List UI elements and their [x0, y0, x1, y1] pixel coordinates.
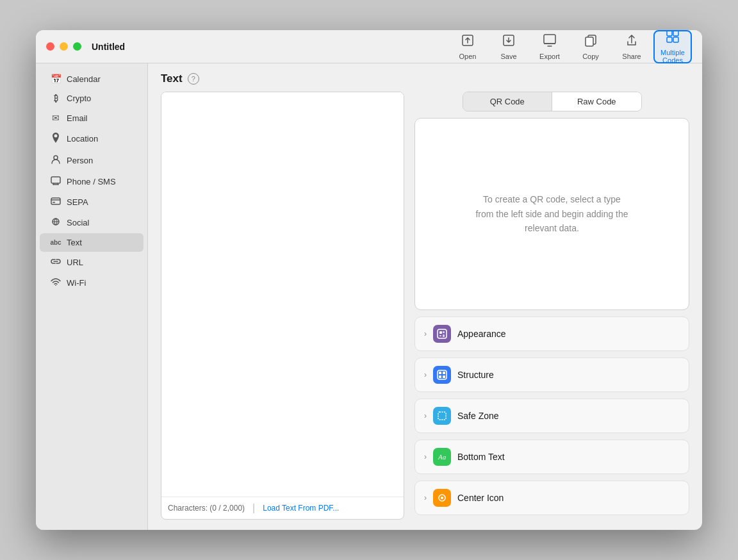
svg-rect-22 — [443, 372, 445, 374]
content-area: Text ? Characters: (0 / 2,000) | Load Te… — [148, 63, 702, 530]
safe-zone-section: › Safe Zone — [414, 399, 689, 433]
sidebar-item-label-phone-sms: Phone / SMS — [67, 177, 116, 186]
sidebar-item-label-text: Text — [67, 238, 82, 247]
main-content: 📅 Calendar ₿ Crypto ✉ Email Location — [36, 63, 702, 530]
sidebar-item-person[interactable]: Person — [40, 150, 144, 171]
sidebar-item-social[interactable]: Social — [40, 213, 144, 233]
structure-section: › Structure — [414, 358, 689, 392]
bottom-text-icon: Aa — [433, 448, 451, 466]
svg-rect-5 — [667, 31, 672, 36]
text-input[interactable] — [161, 92, 404, 497]
safe-zone-icon — [433, 407, 451, 425]
sidebar-item-phone-sms[interactable]: Phone / SMS — [40, 172, 144, 192]
svg-rect-8 — [673, 37, 678, 42]
share-label: Share — [622, 53, 641, 60]
center-icon-label: Center Icon — [457, 493, 504, 503]
safe-zone-accordion-header[interactable]: › Safe Zone — [415, 399, 689, 432]
location-icon — [50, 133, 62, 145]
svg-rect-7 — [667, 37, 672, 42]
structure-accordion-header[interactable]: › Structure — [415, 358, 689, 391]
wifi-icon — [50, 277, 62, 288]
svg-rect-17 — [443, 331, 445, 333]
sidebar-item-location[interactable]: Location — [40, 128, 144, 149]
url-icon — [50, 257, 62, 268]
svg-point-9 — [54, 156, 58, 160]
sidebar-item-wifi[interactable]: Wi-Fi — [40, 273, 144, 292]
crypto-icon: ₿ — [50, 94, 62, 103]
sidebar-item-label-url: URL — [67, 258, 83, 267]
open-button[interactable]: Open — [448, 30, 487, 63]
left-panel: Characters: (0 / 2,000) | Load Text From… — [161, 92, 404, 520]
copy-label: Copy — [582, 53, 599, 60]
appearance-accordion-header[interactable]: › Appearance — [415, 317, 689, 350]
traffic-lights — [46, 42, 81, 51]
code-toggle: QR Code Raw Code — [463, 92, 642, 111]
structure-label: Structure — [457, 370, 494, 380]
fullscreen-button[interactable] — [73, 42, 81, 51]
sidebar-item-label-calendar: Calendar — [67, 74, 101, 84]
content-title: Text — [161, 72, 183, 85]
svg-rect-23 — [439, 375, 441, 378]
right-panel: QR Code Raw Code To create a QR code, se… — [414, 92, 689, 520]
share-icon — [625, 33, 639, 51]
window-title: Untitled — [92, 42, 448, 52]
qr-placeholder-text: To create a QR code, select a type from … — [475, 192, 629, 235]
svg-rect-12 — [53, 202, 55, 203]
svg-rect-15 — [438, 329, 447, 338]
close-button[interactable] — [46, 42, 54, 51]
sidebar-item-label-sepa: SEPA — [67, 197, 88, 207]
raw-code-tab[interactable]: Raw Code — [552, 92, 641, 111]
open-label: Open — [459, 53, 477, 60]
sidebar-item-text[interactable]: abc Text — [40, 233, 144, 252]
copy-icon — [584, 33, 598, 51]
sidebar-item-label-email: Email — [67, 113, 88, 123]
center-icon-section: › Center Icon — [414, 481, 689, 515]
svg-rect-21 — [439, 372, 441, 374]
help-icon[interactable]: ? — [188, 73, 199, 85]
svg-rect-2 — [544, 35, 555, 44]
content-split: Characters: (0 / 2,000) | Load Text From… — [148, 92, 702, 530]
calendar-icon: 📅 — [50, 74, 62, 84]
minimize-button[interactable] — [60, 42, 68, 51]
sidebar-item-label-wifi: Wi-Fi — [67, 278, 86, 288]
load-pdf-button[interactable]: Load Text From PDF... — [263, 504, 339, 513]
sidebar: 📅 Calendar ₿ Crypto ✉ Email Location — [36, 63, 148, 530]
multiple-codes-button[interactable]: Multiple Codes — [653, 30, 692, 63]
appearance-icon — [433, 325, 451, 343]
safe-zone-chevron-icon: › — [424, 411, 427, 420]
social-icon — [50, 217, 62, 228]
export-icon — [543, 33, 557, 51]
svg-point-14 — [55, 285, 56, 286]
multiple-codes-label: Multiple Codes — [655, 49, 691, 64]
main-window: Untitled Open Save — [36, 30, 702, 530]
sidebar-item-sepa[interactable]: SEPA — [40, 192, 144, 212]
sidebar-item-calendar[interactable]: 📅 Calendar — [40, 69, 144, 88]
bottom-text-chevron-icon: › — [424, 452, 427, 461]
bottom-text-accordion-header[interactable]: › Aa Bottom Text — [415, 440, 689, 474]
export-button[interactable]: Export — [530, 30, 569, 63]
sidebar-item-crypto[interactable]: ₿ Crypto — [40, 89, 144, 108]
svg-rect-16 — [439, 331, 442, 334]
sidebar-item-label-social: Social — [67, 218, 89, 227]
structure-icon — [433, 366, 451, 384]
svg-text:Aa: Aa — [438, 453, 447, 461]
appearance-label: Appearance — [457, 329, 506, 339]
titlebar: Untitled Open Save — [36, 30, 702, 63]
center-icon-accordion-header[interactable]: › Center Icon — [415, 481, 689, 515]
save-label: Save — [500, 53, 516, 60]
copy-button[interactable]: Copy — [571, 30, 610, 63]
sepa-icon — [50, 197, 62, 208]
phone-sms-icon — [50, 176, 62, 187]
share-button[interactable]: Share — [612, 30, 651, 63]
export-label: Export — [539, 53, 560, 60]
save-button[interactable]: Save — [489, 30, 528, 63]
sidebar-item-url[interactable]: URL — [40, 252, 144, 272]
qr-code-tab[interactable]: QR Code — [463, 92, 552, 111]
sidebar-item-email[interactable]: ✉ Email — [40, 108, 144, 128]
content-header: Text ? — [148, 63, 702, 92]
person-icon — [50, 154, 62, 167]
sidebar-item-label-crypto: Crypto — [67, 94, 91, 103]
appearance-chevron-icon: › — [424, 329, 427, 338]
svg-point-28 — [441, 497, 443, 499]
svg-rect-18 — [439, 335, 441, 336]
